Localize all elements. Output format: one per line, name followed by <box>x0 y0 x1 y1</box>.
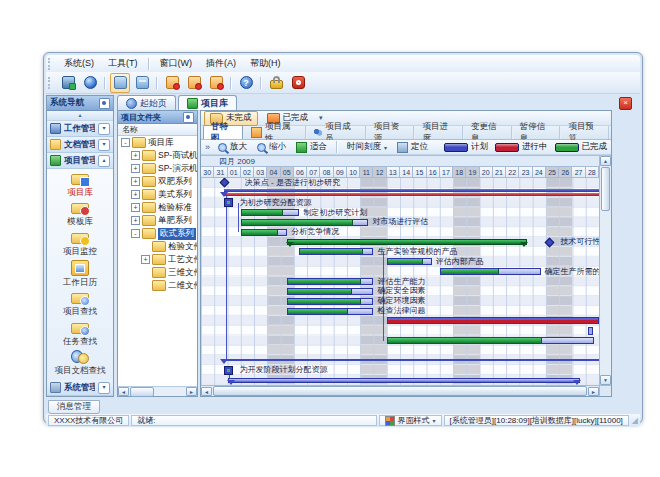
expand-minus-icon[interactable]: - <box>121 138 130 147</box>
zoom-in-button[interactable]: 放大 <box>214 140 251 154</box>
tree-horizontal-scrollbar[interactable]: ◄ ► <box>118 386 197 396</box>
detail-tab-3[interactable]: 项目资源 <box>366 126 415 139</box>
resize-grip[interactable]: ◢ <box>632 416 638 425</box>
tree-item-7[interactable]: -欧式系列 <box>118 227 197 240</box>
expand-plus-icon[interactable]: + <box>141 255 150 264</box>
tree-item-1[interactable]: +SP-商试机系 <box>118 149 197 162</box>
detail-tab-2[interactable]: 项目成员 <box>306 126 366 139</box>
sidebar-panel-0[interactable]: 工作管理▾ <box>47 121 113 137</box>
tree-item-6[interactable]: +单肥系列 <box>118 214 197 227</box>
menu-item-4[interactable]: 插件(A) <box>199 56 243 71</box>
menu-item-3[interactable]: 窗口(W) <box>153 56 200 71</box>
task-bar[interactable] <box>241 229 287 236</box>
filter-more-button[interactable]: ▾ <box>319 114 323 122</box>
task-bar[interactable] <box>241 219 368 226</box>
sidebar-item-1[interactable]: 模板库 <box>47 201 113 228</box>
computer-button[interactable] <box>58 73 78 93</box>
message-manager-tab[interactable]: 消息管理 <box>48 400 100 414</box>
tree-item-5[interactable]: +检验标准 <box>118 201 197 214</box>
menu-item-2[interactable]: 工具(T) <box>101 56 145 71</box>
help-button[interactable] <box>236 73 256 93</box>
vertical-scrollbar[interactable]: ▲ ▼ <box>599 156 611 385</box>
task-bar[interactable] <box>287 298 373 305</box>
tree-item-4[interactable]: +美式系列 <box>118 188 197 201</box>
tree-item-11[interactable]: 二维文件 <box>118 279 197 292</box>
detail-tab-0[interactable]: 甘特图 <box>203 125 243 139</box>
fit-button[interactable]: 适合 <box>292 140 331 154</box>
time-scale-button[interactable]: 时间刻度▾ <box>343 140 391 154</box>
summary-progress-bar[interactable] <box>224 189 599 196</box>
lock-button[interactable] <box>266 73 286 93</box>
task-bar-inprogress[interactable] <box>387 317 599 324</box>
sidebar-panel-1[interactable]: 文档管理▾ <box>47 137 113 153</box>
sidebar-panel-2[interactable]: 项目管理▴ <box>47 153 113 169</box>
milestone-diamond[interactable] <box>544 237 554 247</box>
zoom-out-button[interactable]: 缩小 <box>253 140 290 154</box>
summary-plan-bar[interactable] <box>228 378 581 383</box>
task-bar[interactable] <box>241 209 299 216</box>
chevron-down-icon[interactable]: ▾ <box>98 382 110 394</box>
interface-style-button[interactable]: 界面样式▾ <box>379 415 442 426</box>
schedule-mail-button[interactable] <box>162 73 182 93</box>
sidebar-item-2[interactable]: 项目监控 <box>47 231 113 258</box>
detail-tab-5[interactable]: 变更信息 <box>463 126 512 139</box>
schedule-refresh-button[interactable] <box>184 73 204 93</box>
milestone-square[interactable] <box>224 198 233 207</box>
expand-plus-icon[interactable]: + <box>131 190 140 199</box>
horizontal-scrollbar[interactable]: ◄ ► <box>201 385 599 396</box>
sidebar-item-6[interactable]: 项目文档查找 <box>47 350 113 377</box>
expand-plus-icon[interactable]: + <box>131 151 140 160</box>
locate-button[interactable]: 定位 <box>393 140 432 154</box>
task-bar[interactable] <box>387 337 594 344</box>
detail-tab-6[interactable]: 暂停信息 <box>512 126 561 139</box>
toolbar-overflow-button[interactable]: » <box>205 142 210 152</box>
pin-icon[interactable] <box>99 98 110 109</box>
scroll-right-icon[interactable]: ► <box>186 387 197 396</box>
main-tab-1[interactable]: 项目库 <box>178 95 237 110</box>
task-bar[interactable] <box>287 308 373 315</box>
chevron-up-icon[interactable]: ▴ <box>98 155 110 167</box>
horizontal-scroll-thumb[interactable] <box>213 386 587 396</box>
task-bar[interactable] <box>299 248 373 255</box>
vertical-scroll-thumb[interactable] <box>601 167 610 211</box>
tree-pin-icon[interactable] <box>183 112 194 123</box>
schedule-alert-button[interactable] <box>206 73 226 93</box>
task-bar[interactable] <box>440 268 541 275</box>
tree-item-10[interactable]: 三维文件 <box>118 266 197 279</box>
sidebar-item-0[interactable]: 项目库 <box>47 172 113 199</box>
scroll-left-icon[interactable]: ◄ <box>118 387 129 396</box>
tree-column-header[interactable]: 名称 <box>118 124 197 136</box>
sidebar-item-3[interactable]: 工作日历 <box>47 260 113 289</box>
detail-tab-7[interactable]: 项目预算 <box>560 126 609 139</box>
scroll-left-icon[interactable]: ◄ <box>201 387 212 396</box>
folder-open-button[interactable] <box>110 73 130 93</box>
expand-plus-icon[interactable]: + <box>131 216 140 225</box>
sidebar-panel-bottom[interactable]: 系统管理▾ <box>47 380 113 396</box>
milestone-diamond[interactable] <box>219 178 229 188</box>
milestone-square[interactable] <box>224 366 233 375</box>
expand-minus-icon[interactable]: - <box>131 229 140 238</box>
tree-scroll-thumb[interactable] <box>130 387 154 397</box>
chevron-down-icon[interactable]: ▾ <box>98 139 110 151</box>
close-icon[interactable]: × <box>619 97 632 110</box>
tree-item-3[interactable]: +双肥系列 <box>118 175 197 188</box>
scroll-up-icon[interactable]: ▲ <box>600 156 611 166</box>
task-stub[interactable] <box>588 327 593 335</box>
expand-plus-icon[interactable]: + <box>131 203 140 212</box>
menu-item-5[interactable]: 帮助(H) <box>243 56 288 71</box>
scroll-down-icon[interactable]: ▼ <box>600 375 611 385</box>
chevron-down-icon[interactable]: ▾ <box>98 123 110 135</box>
expand-plus-icon[interactable]: + <box>131 177 140 186</box>
tree-item-9[interactable]: +工艺文件 <box>118 253 197 266</box>
summary-completed-bar[interactable] <box>287 239 527 245</box>
task-bar[interactable] <box>287 288 373 295</box>
sidebar-item-5[interactable]: 任务查找 <box>47 321 113 348</box>
detail-tab-4[interactable]: 项目进度 <box>414 126 463 139</box>
tree-item-2[interactable]: +SP-演示机系 <box>118 162 197 175</box>
globe-button[interactable] <box>80 73 100 93</box>
task-bar[interactable] <box>287 278 373 285</box>
power-button[interactable] <box>288 73 308 93</box>
sidebar-item-4[interactable]: 项目查找 <box>47 291 113 318</box>
sidebar-collapse-strip[interactable]: ▴ <box>47 111 113 121</box>
expand-plus-icon[interactable]: + <box>131 164 140 173</box>
